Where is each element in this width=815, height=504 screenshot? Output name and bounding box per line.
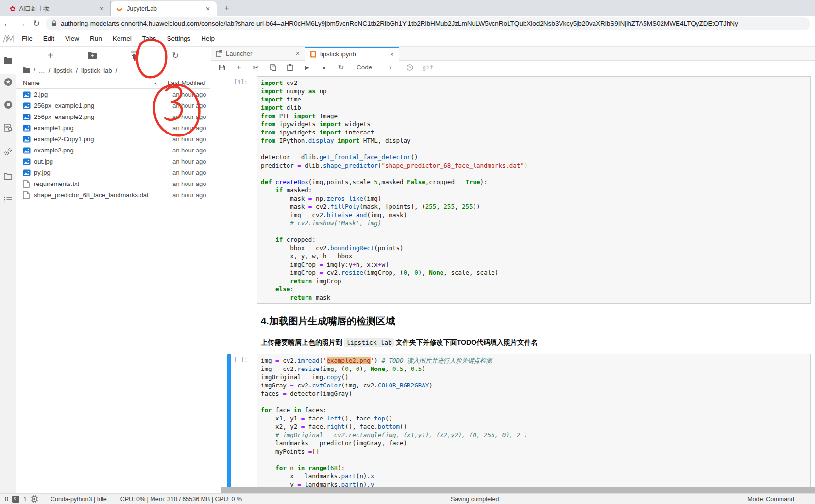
code-editor[interactable]: img = cv2.imread('example2.png') # TODO … xyxy=(257,354,811,487)
tab-label: Launcher xyxy=(226,50,292,57)
paste-cells-icon[interactable] xyxy=(286,63,294,72)
open-tabs-icon[interactable] xyxy=(0,192,16,207)
markdown-cell-heading[interactable]: 4.加载图片生成嘴唇的检测区域 xyxy=(227,306,811,330)
markdown-prompt xyxy=(234,306,257,330)
file-row-py.jpg[interactable]: py.jpgan hour ago xyxy=(16,167,210,178)
copy-cells-icon[interactable] xyxy=(269,63,277,72)
add-cell-icon[interactable]: + xyxy=(235,63,243,72)
menu-kernel[interactable]: Kernel xyxy=(107,35,137,42)
checkpoint-clock-icon[interactable] xyxy=(406,63,414,72)
tab-lipstick-notebook[interactable]: lipstick.ipynb × xyxy=(305,47,399,61)
horizontal-scrollbar[interactable] xyxy=(221,487,815,493)
code-cell[interactable]: [4]:import cv2import numpy as npimport t… xyxy=(227,76,811,304)
file-row-2.jpg[interactable]: 2.jpgan hour ago xyxy=(16,89,210,100)
menu-tabs[interactable]: Tabs xyxy=(137,35,162,42)
breadcrumb-folder-icon[interactable] xyxy=(23,67,30,73)
command-mode-indicator[interactable]: Mode: Command xyxy=(747,496,794,503)
code-cell-selected[interactable]: [ ]:img = cv2.imread('example2.png') # T… xyxy=(227,354,811,487)
close-tab-icon[interactable]: × xyxy=(98,5,105,13)
code-editor[interactable]: import cv2import numpy as npimport timei… xyxy=(257,76,811,304)
launcher-icon xyxy=(216,50,222,57)
file-name: example2.png xyxy=(34,147,74,154)
breadcrumb-item-lipstick[interactable]: lipstick xyxy=(53,67,72,74)
browser-tab-huawei[interactable]: ✿ AI口红上妆 × xyxy=(5,1,111,16)
menu-file[interactable]: File xyxy=(17,35,38,42)
terminals-count: 0 xyxy=(5,496,8,503)
menu-help[interactable]: Help xyxy=(196,35,220,42)
kernel-status[interactable]: Conda-python3 | Idle xyxy=(51,496,107,503)
git-label[interactable]: git xyxy=(423,64,434,71)
file-row-example1.png[interactable]: example1.pngan hour ago xyxy=(16,122,210,134)
upload-icon[interactable] xyxy=(127,49,140,62)
cell-collapser[interactable] xyxy=(227,354,231,487)
file-name: out.jpg xyxy=(34,158,53,165)
forward-icon[interactable]: → xyxy=(15,19,29,29)
terminal-icon: $_ xyxy=(12,496,19,503)
breadcrumb-separator: / xyxy=(76,67,78,74)
jupyter-favicon-icon xyxy=(116,5,123,13)
column-header-modified[interactable]: Last Modified xyxy=(168,79,205,86)
cell-collapser[interactable] xyxy=(227,306,231,330)
cut-cells-icon[interactable]: ✂ xyxy=(252,63,260,72)
menu-edit[interactable]: Edit xyxy=(38,35,60,42)
file-row-requirements.txt[interactable]: requirements.txtan hour ago xyxy=(16,178,210,189)
text-file-icon xyxy=(23,180,31,188)
jupyterlab-menubar: FileEditViewRunKernelTabsSettingsHelp xyxy=(0,31,815,47)
kernel-chip-icon xyxy=(31,495,38,503)
stop-kernel-icon[interactable]: ■ xyxy=(320,63,328,72)
browser-tab-jupyterlab[interactable]: JupyterLab × xyxy=(111,1,217,16)
notebook-content[interactable]: [4]:import cv2import numpy as npimport t… xyxy=(211,74,815,487)
menu-view[interactable]: View xyxy=(60,35,85,42)
file-list-header[interactable]: Name ▲ Last Modified xyxy=(16,77,210,89)
breadcrumb-ellipsis[interactable]: … xyxy=(39,67,45,74)
new-launcher-button[interactable]: + xyxy=(44,49,57,62)
chevron-down-icon: ∨ xyxy=(389,65,392,70)
running-kernels-icon[interactable] xyxy=(0,98,16,112)
breadcrumb: / … / lipstick / lipstick_lab / xyxy=(16,64,210,77)
back-icon[interactable]: ← xyxy=(0,19,15,29)
modelarts-sessions-icon[interactable] xyxy=(0,75,16,89)
file-row-256px_example1.png[interactable]: 256px_example1.pngan hour ago xyxy=(16,100,210,111)
menu-settings[interactable]: Settings xyxy=(161,35,196,42)
tab-launcher[interactable]: Launcher × xyxy=(211,47,305,60)
cell-collapser[interactable] xyxy=(227,332,231,352)
file-modified: an hour ago xyxy=(172,191,206,199)
file-row-out.jpg[interactable]: out.jpgan hour ago xyxy=(16,156,210,167)
running-sessions[interactable]: 0 $_ 1 xyxy=(5,495,38,503)
tab-label: lipstick.ipynb xyxy=(320,50,387,58)
file-row-shape_predictor_68_face_landmarks.dat[interactable]: shape_predictor_68_face_landmarks.datan … xyxy=(16,189,210,201)
image-file-icon xyxy=(23,169,31,177)
menu-run[interactable]: Run xyxy=(85,35,107,42)
examples-icon[interactable] xyxy=(0,120,16,135)
file-row-example2.png[interactable]: example2.pngan hour ago xyxy=(16,145,210,156)
run-cell-icon[interactable]: ▶ xyxy=(303,63,311,72)
refresh-icon[interactable]: ↻ xyxy=(169,49,182,62)
new-tab-button[interactable]: + xyxy=(221,2,233,15)
file-name: example2-Copy1.png xyxy=(34,135,94,143)
file-list: 2.jpgan hour ago256px_example1.pngan hou… xyxy=(16,89,210,201)
save-icon[interactable] xyxy=(218,63,226,72)
settings-gears-icon[interactable] xyxy=(0,145,16,159)
status-bar: 0 $_ 1 Conda-python3 | Idle CPU: 0% | Me… xyxy=(0,493,815,504)
breadcrumb-item-lipstick-lab[interactable]: lipstick_lab xyxy=(81,67,112,74)
file-name: requirements.txt xyxy=(34,180,79,187)
file-row-example2-Copy1.png[interactable]: example2-Copy1.pngan hour ago xyxy=(16,134,210,145)
close-tab-icon[interactable]: × xyxy=(296,50,300,57)
close-tab-icon[interactable]: × xyxy=(390,50,394,58)
markdown-cell-paragraph[interactable]: 上传需要嘴唇上色的照片到 lipstick_lab 文件夹下并修改下面TODO代… xyxy=(227,332,811,352)
close-tab-icon[interactable]: × xyxy=(204,5,212,13)
cell-collapser[interactable] xyxy=(227,76,231,304)
file-row-256px_example2.png[interactable]: 256px_example2.pngan hour ago xyxy=(16,111,210,122)
restart-kernel-icon[interactable]: ↻ xyxy=(337,63,345,72)
image-file-icon xyxy=(23,124,31,132)
reload-icon[interactable]: ↻ xyxy=(29,18,44,29)
folder-outline-icon[interactable] xyxy=(0,169,16,184)
file-modified: an hour ago xyxy=(172,102,206,109)
file-browser-icon[interactable] xyxy=(0,53,16,68)
new-folder-icon[interactable] xyxy=(85,49,99,62)
cell-type-dropdown[interactable]: Code ∨ xyxy=(357,64,392,71)
file-name: example1.png xyxy=(34,124,74,132)
image-file-icon xyxy=(23,113,31,121)
url-omnibox[interactable]: authoring-modelarts-cnnorth4.huaweicloud… xyxy=(46,17,810,30)
kernels-count: 1 xyxy=(23,496,27,503)
